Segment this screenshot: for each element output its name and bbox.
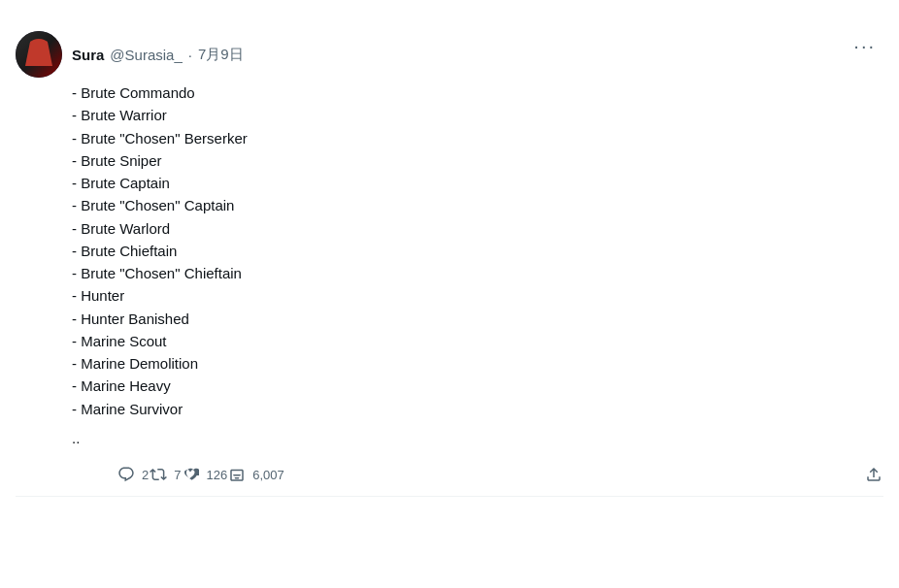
tweet-card: Sura @Surasia_ · 7月9日 ··· - Brute Comman… [0,16,899,497]
views-action[interactable]: 6,007 [227,465,284,484]
user-name-row: Sura @Surasia_ · 7月9日 [72,46,244,64]
tweet-divider [16,496,883,497]
like-count: 126 [206,468,227,482]
tweet-content: - Brute Commando - Brute Warrior - Brute… [72,82,883,496]
tweet-line-14: - Marine Heavy [72,375,883,397]
tweet-line-11: - Hunter Banished [72,308,883,330]
reply-icon [117,465,136,484]
user-handle[interactable]: @Surasia_ [110,47,182,63]
date-separator: · [188,47,192,63]
like-icon [181,465,200,484]
tweet-line-9: - Brute "Chosen" Chieftain [72,262,883,284]
tweet-line-8: - Brute Chieftain [72,240,883,262]
tweet-date[interactable]: 7月9日 [198,46,244,64]
tweet-line-7: - Brute Warlord [72,217,883,240]
tweet-actions: 2 7 126 [117,461,883,496]
tweet-line-10: - Hunter [72,284,883,307]
reply-action[interactable]: 2 [117,465,149,484]
share-action[interactable] [864,465,883,484]
views-count: 6,007 [252,468,284,482]
tweet-line-1: - Brute Commando [72,82,883,104]
tweet-line-13: - Marine Demolition [72,352,883,375]
more-options-button[interactable]: ··· [846,31,883,61]
retweet-action[interactable]: 7 [149,465,181,484]
tweet-line-4: - Brute Sniper [72,149,883,172]
tweet-line-3: - Brute "Chosen" Berserker [72,127,883,149]
tweet-header-left: Sura @Surasia_ · 7月9日 [16,31,244,78]
tweet-ellipsis: .. [72,428,883,450]
tweet-line-12: - Marine Scout [72,330,883,352]
tweet-line-2: - Brute Warrior [72,104,883,126]
views-icon [227,465,247,484]
tweet-line-6: - Brute "Chosen" Captain [72,194,883,216]
user-name[interactable]: Sura [72,47,104,63]
tweet-line-5: - Brute Captain [72,172,883,194]
user-info: Sura @Surasia_ · 7月9日 [72,46,244,64]
tweet-line-15: - Marine Survivor [72,398,883,420]
share-icon [864,465,883,484]
retweet-count: 7 [174,468,181,482]
tweet-header: Sura @Surasia_ · 7月9日 ··· [16,31,883,78]
like-action[interactable]: 126 [181,465,227,484]
avatar[interactable] [16,31,62,78]
tweet-text: - Brute Commando - Brute Warrior - Brute… [72,82,883,449]
retweet-icon [149,465,168,484]
reply-count: 2 [142,468,149,482]
